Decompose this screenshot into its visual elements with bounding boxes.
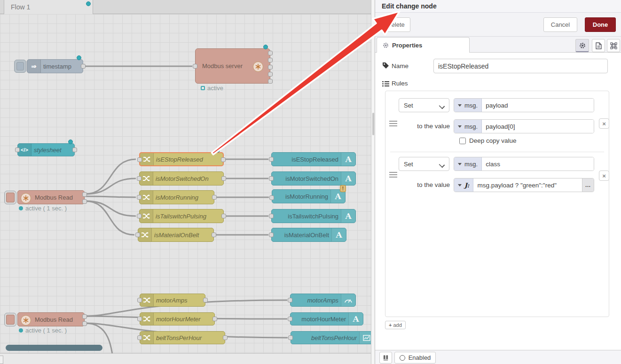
tab-flow1[interactable]: Flow 1 (4, 0, 93, 14)
node-change-isEStopReleased[interactable]: isEStopReleased (139, 152, 224, 166)
rule2-delete-button[interactable]: × (599, 170, 609, 181)
input-port[interactable] (288, 335, 293, 340)
flow-canvas[interactable]: Flow 1 ⇒ timestamp (0, 0, 371, 364)
output-port[interactable] (203, 298, 208, 302)
node-change-isTailswitchPulsing[interactable]: isTailswitchPulsing (139, 209, 224, 223)
input-port[interactable] (269, 195, 274, 200)
rule2-action-select[interactable]: Set (399, 157, 449, 171)
output-port[interactable] (221, 176, 226, 181)
node-change-motorAmps[interactable]: motorAmps (140, 294, 205, 307)
rule1-delete-button[interactable]: × (599, 118, 609, 129)
vertical-scrollbar-thumb[interactable] (372, 113, 374, 135)
delete-button[interactable]: Delete (381, 17, 410, 32)
node-changed-dot (68, 139, 73, 144)
rule1-drag-handle[interactable] (389, 121, 397, 127)
input-port[interactable] (137, 176, 141, 181)
panel-resize-handle[interactable] (371, 0, 375, 364)
node-change-isMaterialOnBelt[interactable]: isMaterialOnBelt (138, 228, 214, 242)
rule1-property-field[interactable]: msg. (454, 98, 594, 112)
input-port[interactable] (137, 195, 141, 200)
node-inject-timestamp[interactable]: ⇒ timestamp (27, 59, 83, 73)
input-port[interactable] (288, 298, 292, 302)
input-port[interactable] (137, 214, 141, 218)
name-input[interactable] (433, 59, 608, 73)
tab-properties[interactable]: Properties (377, 37, 470, 53)
output-port[interactable] (212, 195, 217, 200)
rule1-value-type[interactable]: msg. (454, 120, 482, 133)
node-modbus-read-bottom[interactable]: Modbus Read (17, 312, 85, 326)
rule1-property-type[interactable]: msg. (454, 99, 482, 112)
node-ui-text-isMotorSwitchedOn[interactable]: isMotorSwitchedOn A (271, 171, 356, 186)
node-ui-text-isTailswitchPulsing[interactable]: isTailswitchPulsing A (271, 209, 356, 223)
output-port[interactable] (221, 157, 226, 162)
rule2-property-input[interactable] (482, 157, 594, 170)
horizontal-scrollbar[interactable] (6, 345, 102, 351)
input-port[interactable] (137, 335, 142, 340)
node-change-motorHourMeter[interactable]: motorHourMeter (140, 312, 215, 325)
rule2-value-input[interactable] (473, 178, 582, 192)
output-port[interactable] (223, 335, 228, 340)
rule2-value-field[interactable]: J: … (454, 178, 594, 192)
output-port[interactable] (82, 321, 87, 326)
input-port[interactable] (288, 317, 292, 321)
node-modbus-read-top[interactable]: Modbus Read (17, 190, 85, 204)
description-icon-button[interactable] (592, 39, 605, 52)
modbus-read-button[interactable] (4, 313, 16, 326)
output-port[interactable] (268, 79, 273, 84)
input-port[interactable] (193, 64, 197, 69)
rule2-property-type[interactable]: msg. (454, 157, 482, 170)
edit-dialog: Edit change node Delete Cancel Done Prop… (375, 0, 621, 364)
canvas-footer-widget[interactable] (0, 356, 3, 364)
rule2-drag-handle[interactable] (389, 172, 397, 178)
input-port[interactable] (269, 214, 274, 218)
appearance-icon-button[interactable] (607, 39, 620, 52)
node-modbus-server[interactable]: Modbus server (195, 48, 270, 84)
rule1-value-field[interactable]: msg. (454, 119, 594, 133)
node-ui-gauge-motorAmps[interactable]: motorAmps (290, 294, 356, 307)
node-change-isMotorRunning[interactable]: isMotorRunning (139, 190, 214, 204)
node-change-isMotorSwitchedOn[interactable]: isMotorSwitchedOn (139, 171, 224, 186)
node-ui-text-motorHourMeter[interactable]: motorHourMeter A (290, 312, 363, 325)
inject-button[interactable] (14, 60, 26, 73)
node-template-stylesheet[interactable]: </> stylesheet (17, 143, 75, 156)
output-port[interactable] (212, 232, 216, 237)
output-port[interactable] (221, 214, 226, 218)
modbus-read-button[interactable] (4, 191, 16, 204)
rule2-property-field[interactable]: msg. (454, 157, 594, 171)
input-port[interactable] (15, 147, 20, 152)
rule1-action-select[interactable]: Set (399, 98, 449, 112)
input-port[interactable] (269, 176, 274, 181)
input-port[interactable] (269, 157, 274, 162)
input-port[interactable] (269, 232, 274, 237)
expression-editor-button[interactable]: … (582, 178, 594, 192)
node-info-button[interactable] (379, 352, 392, 364)
output-port[interactable] (268, 72, 273, 77)
node-ui-text-isEStopReleased[interactable]: isEStopReleased A (271, 152, 356, 166)
output-port[interactable] (82, 199, 87, 204)
properties-icon-button[interactable] (575, 39, 589, 52)
output-port[interactable] (72, 147, 77, 152)
enabled-toggle-button[interactable]: Enabled (394, 352, 436, 364)
input-port[interactable] (137, 317, 142, 321)
add-rule-button[interactable]: + add (385, 321, 406, 329)
node-change-beltTonsPerHour[interactable]: beltTonsPerHour (140, 331, 225, 344)
input-port[interactable] (137, 157, 142, 162)
cancel-button[interactable]: Cancel (543, 17, 577, 32)
node-ui-text-isMaterialOnBelt[interactable]: isMaterialOnBelt A (271, 228, 346, 242)
output-port[interactable] (268, 51, 273, 55)
deep-copy-checkbox[interactable] (459, 138, 466, 144)
output-port[interactable] (212, 317, 217, 321)
rule2-value-type[interactable]: J: (454, 178, 473, 192)
done-button[interactable]: Done (585, 17, 616, 32)
rule1-value-input[interactable] (482, 120, 594, 133)
output-port[interactable] (82, 314, 87, 319)
input-port[interactable] (135, 232, 140, 237)
output-port[interactable] (81, 64, 86, 69)
rule1-property-input[interactable] (482, 99, 594, 112)
node-ui-chart-beltTonsPerHour[interactable]: beltTonsPerHour (291, 331, 371, 344)
output-port[interactable] (82, 192, 87, 197)
output-port[interactable] (268, 65, 273, 70)
node-ui-text-isMotorRunning[interactable]: isMotorRunning A (272, 189, 346, 203)
output-port[interactable] (268, 58, 273, 62)
input-port[interactable] (137, 298, 142, 302)
